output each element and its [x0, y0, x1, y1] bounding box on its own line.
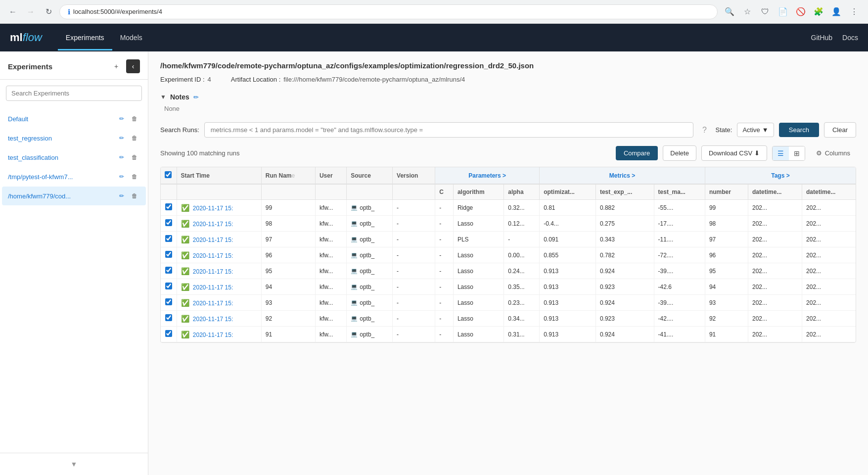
experiment-actions: ✏ 🗑: [116, 171, 140, 182]
extensions-btn[interactable]: 🧩: [811, 4, 826, 20]
logo[interactable]: ml flow: [10, 31, 42, 44]
run-link[interactable]: 2020-11-17 15:: [193, 284, 233, 291]
menu-btn[interactable]: ⋮: [846, 4, 862, 20]
clear-button[interactable]: Clear: [824, 122, 856, 138]
row-user: kfw...: [315, 232, 346, 247]
edit-experiment-button[interactable]: ✏: [116, 152, 127, 163]
bookmark-btn[interactable]: ☆: [739, 4, 755, 20]
back-button[interactable]: ←: [6, 5, 20, 19]
run-link[interactable]: 2020-11-17 15:: [193, 332, 233, 338]
search-experiments-input[interactable]: [6, 86, 142, 101]
row-checkbox[interactable]: [165, 330, 172, 337]
shield-btn[interactable]: 🛡: [757, 4, 773, 20]
artifact-location-item: Artifact Location : file:///home/kfwm779…: [231, 76, 465, 83]
row-checkbox[interactable]: [165, 235, 172, 242]
row-source: 💻 optb_: [347, 279, 393, 295]
row-start-time: ✅ 2020-11-17 15:: [177, 263, 261, 279]
row-algorithm: Lasso: [453, 216, 503, 232]
row-checkbox[interactable]: [165, 203, 172, 210]
search-runs-input[interactable]: [204, 122, 694, 138]
browser-search-btn[interactable]: 🔍: [722, 4, 737, 20]
col-params-header: Parameters >: [435, 167, 540, 184]
experiment-item-pytest[interactable]: /tmp/pytest-of-kfwm7... ✏ 🗑: [2, 167, 146, 186]
delete-experiment-button[interactable]: 🗑: [129, 152, 140, 163]
row-checkbox-cell: [161, 295, 177, 311]
delete-experiment-button[interactable]: 🗑: [129, 190, 140, 201]
edit-experiment-button[interactable]: ✏: [116, 113, 127, 124]
row-checkbox[interactable]: [165, 251, 172, 258]
artifact-value: file:///home/kfwm779/code/remote-pycharm…: [283, 76, 465, 83]
nav-experiments[interactable]: Experiments: [58, 25, 112, 50]
github-link[interactable]: GitHub: [811, 34, 833, 42]
row-source: 💻 optb_: [347, 295, 393, 311]
row-checkbox[interactable]: [165, 314, 172, 321]
search-runs-section: Search Runs: ? State: Active ▼ Search Cl…: [160, 122, 856, 138]
grid-view-button[interactable]: ⊞: [789, 146, 805, 160]
browser-actions: 🔍 ☆ 🛡 📄 🚫 🧩 👤 ⋮: [722, 4, 862, 20]
reader-btn[interactable]: 📄: [775, 4, 791, 20]
run-link[interactable]: 2020-11-17 15:: [193, 205, 233, 212]
experiment-item-test-classification[interactable]: test_classification ✏ 🗑: [2, 148, 146, 167]
collapse-sidebar-button[interactable]: ‹: [126, 59, 140, 73]
edit-experiment-button[interactable]: ✏: [116, 133, 127, 143]
run-link[interactable]: 2020-11-17 15:: [193, 268, 233, 275]
edit-experiment-button[interactable]: ✏: [116, 190, 127, 201]
row-version: -: [393, 216, 435, 232]
run-link[interactable]: 2020-11-17 15:: [193, 316, 233, 323]
add-experiment-button[interactable]: +: [109, 59, 123, 73]
profile-btn[interactable]: 👤: [828, 4, 844, 20]
stop-btn[interactable]: 🚫: [793, 4, 809, 20]
source-cell: 💻 optb_: [351, 284, 388, 290]
refresh-button[interactable]: ↻: [42, 5, 55, 19]
list-view-button[interactable]: ☰: [773, 146, 789, 160]
download-csv-button[interactable]: Download CSV ⬇: [701, 145, 767, 161]
status-icon: ✅: [181, 315, 189, 323]
table-row: ✅ 2020-11-17 15: 95 kfw... 💻 optb_ - - L…: [161, 263, 856, 279]
row-user: kfw...: [315, 311, 346, 327]
row-number: 97: [705, 232, 748, 247]
delete-experiment-button[interactable]: 🗑: [129, 113, 140, 124]
delete-experiment-button[interactable]: 🗑: [129, 133, 140, 143]
row-checkbox-cell: [161, 247, 177, 263]
edit-experiment-button[interactable]: ✏: [116, 171, 127, 182]
state-dropdown[interactable]: Active ▼: [737, 123, 774, 137]
row-number: 99: [705, 200, 748, 216]
columns-button[interactable]: ⚙ Columns: [810, 146, 856, 160]
experiment-item-test-regression[interactable]: test_regression ✏ 🗑: [2, 129, 146, 147]
row-user: kfw...: [315, 327, 346, 342]
status-icon: ✅: [181, 204, 189, 212]
run-link[interactable]: 2020-11-17 15:: [193, 237, 233, 243]
sub-col-optimize: optimizat...: [540, 184, 596, 200]
col-user: User: [315, 167, 346, 184]
row-run-name: 95: [261, 263, 315, 279]
search-help-button[interactable]: ?: [698, 124, 710, 136]
compare-button[interactable]: Compare: [616, 146, 658, 160]
run-link[interactable]: 2020-11-17 15:: [193, 221, 233, 228]
notes-header[interactable]: ▼ Notes ✏: [160, 93, 856, 101]
notes-edit-button[interactable]: ✏: [193, 94, 199, 101]
docs-link[interactable]: Docs: [842, 34, 858, 42]
row-source: 💻 optb_: [347, 263, 393, 279]
row-c: -: [435, 295, 454, 311]
nav-models[interactable]: Models: [112, 25, 150, 50]
experiment-item-home[interactable]: /home/kfwm779/cod... ✏ 🗑: [2, 187, 146, 205]
experiment-item-default[interactable]: Default ✏ 🗑: [2, 109, 146, 128]
run-link[interactable]: 2020-11-17 15:: [193, 300, 233, 307]
row-dt1: 202...: [748, 232, 802, 247]
search-button[interactable]: Search: [779, 123, 819, 137]
row-checkbox[interactable]: [165, 283, 172, 289]
row-checkbox[interactable]: [165, 298, 172, 305]
delete-experiment-button[interactable]: 🗑: [129, 171, 140, 182]
select-all-checkbox[interactable]: [165, 171, 172, 178]
row-dt2: 202...: [802, 279, 856, 295]
forward-button[interactable]: →: [24, 5, 38, 19]
row-checkbox[interactable]: [165, 219, 172, 226]
row-c: -: [435, 263, 454, 279]
run-link[interactable]: 2020-11-17 15:: [193, 252, 233, 259]
address-bar[interactable]: ℹ localhost:5000/#/experiments/4: [59, 4, 718, 19]
state-value: Active: [742, 126, 760, 134]
sidebar-scroll-down-button[interactable]: ▼: [67, 457, 81, 471]
row-dt2: 202...: [802, 295, 856, 311]
delete-runs-button[interactable]: Delete: [663, 145, 696, 161]
row-checkbox[interactable]: [165, 267, 172, 274]
